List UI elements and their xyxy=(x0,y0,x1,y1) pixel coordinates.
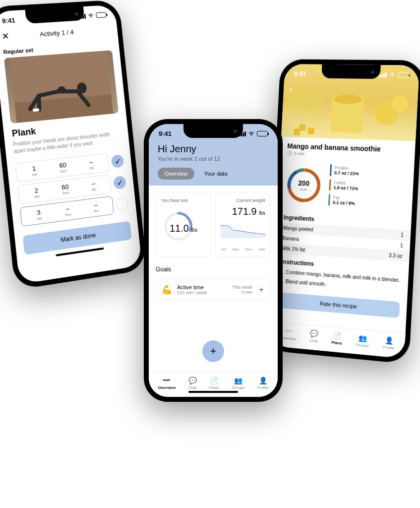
wifi-icon xyxy=(389,72,396,77)
chat-icon: 💬 xyxy=(310,329,318,338)
plans-icon: 📄 xyxy=(209,377,219,384)
signal-icon xyxy=(379,72,387,77)
fab-add-button[interactable]: + xyxy=(202,340,224,362)
macro-color-bar xyxy=(330,164,332,176)
exercise-image xyxy=(4,50,119,124)
macros-list: Protein0.7 oz / 21% Carbs1.8 oz / 71% Fa… xyxy=(328,164,407,213)
profile-icon: 👤 xyxy=(257,377,269,384)
macro-color-bar xyxy=(329,179,331,191)
plans-icon: 📄 xyxy=(332,331,343,340)
set-check-icon[interactable]: ✓ xyxy=(113,176,126,190)
weight-sparkline-chart xyxy=(221,220,265,240)
notch xyxy=(183,124,243,138)
wifi-icon xyxy=(87,13,94,18)
nav-profile[interactable]: 👤Profile xyxy=(383,336,395,350)
page-title: Activity 1 / 4 xyxy=(39,28,74,38)
svg-rect-8 xyxy=(299,124,305,130)
svg-rect-0 xyxy=(10,51,112,103)
battery-icon xyxy=(257,131,268,136)
weight-lost-card[interactable]: You have lost 11.0 lbs xyxy=(156,192,211,257)
close-icon[interactable]: ✕ xyxy=(1,30,10,42)
clock-icon: 🕐 xyxy=(287,151,292,156)
battery-icon xyxy=(96,12,107,18)
wifi-icon xyxy=(248,131,255,136)
set-check-icon[interactable]: ✓ xyxy=(111,154,124,168)
nav-chat[interactable]: 💬Chat xyxy=(309,329,318,343)
rate-recipe-button[interactable]: Rate this recipe xyxy=(279,292,400,318)
nav-profile[interactable]: 👤Profile xyxy=(257,377,269,390)
current-weight-card[interactable]: Current weight 171.9 lbs Jul Sep Nov Jan xyxy=(215,192,271,257)
set-check-icon[interactable] xyxy=(115,197,128,211)
nav-plans[interactable]: 📄Plans xyxy=(331,331,342,346)
goal-card[interactable]: 💪 Active time 210 min / week This week 0… xyxy=(156,279,271,301)
nav-overview[interactable]: 〰Overview xyxy=(158,377,176,390)
phone-activity: 9:41 ✕ Activity 1 / 4 Regular set Plank … xyxy=(0,0,147,290)
groups-icon: 👥 xyxy=(232,377,244,384)
status-time: 9:41 xyxy=(1,16,15,25)
calorie-ring-chart: 200 kcal xyxy=(284,165,323,205)
status-time: 9:41 xyxy=(294,70,306,77)
overview-icon: 〰 xyxy=(280,327,297,336)
nav-plans[interactable]: 📄Plans xyxy=(209,377,219,390)
kcal-label: kcal xyxy=(298,187,309,191)
phone-dashboard: 9:41 Hi Jenny You're in week 2 out of 12… xyxy=(144,119,283,402)
nav-chat[interactable]: 💬Chat xyxy=(188,377,197,390)
greeting: Hi Jenny xyxy=(149,139,278,156)
kcal-value: 200 xyxy=(298,179,309,187)
tab-overview[interactable]: Overview xyxy=(158,168,194,180)
overview-icon: 〰 xyxy=(158,377,176,384)
goals-header: Goals xyxy=(149,264,278,275)
svg-rect-10 xyxy=(294,128,300,135)
add-goal-icon[interactable]: + xyxy=(257,285,265,294)
week-info: You're in week 2 out of 12 xyxy=(149,156,278,168)
macro-color-bar xyxy=(328,194,330,206)
nav-groups[interactable]: 👥Groups xyxy=(232,377,244,390)
phone-recipe: 9:41 ‹ Mango and banana smoothie 🕐5 xyxy=(265,59,420,364)
bottom-nav: 〰Overview 💬Chat 📄Plans 👥Groups 👤Profile xyxy=(270,321,406,359)
mark-done-button[interactable]: Mark as done xyxy=(23,221,132,255)
profile-icon: 👤 xyxy=(383,336,395,345)
svg-rect-9 xyxy=(308,127,314,134)
svg-point-3 xyxy=(287,88,324,111)
notch xyxy=(321,64,381,79)
groups-icon: 👥 xyxy=(356,333,369,342)
bottom-nav: 〰Overview 💬Chat 📄Plans 👥Groups 👤Profile xyxy=(149,372,278,397)
battery-icon xyxy=(398,72,409,78)
chat-icon: 💬 xyxy=(188,377,197,384)
status-time: 9:41 xyxy=(159,130,172,137)
tab-your-data[interactable]: Your data xyxy=(197,168,235,180)
home-indicator[interactable] xyxy=(188,391,238,393)
nav-groups[interactable]: 👥Groups xyxy=(356,333,369,348)
flex-arm-icon: 💪 xyxy=(161,284,172,295)
